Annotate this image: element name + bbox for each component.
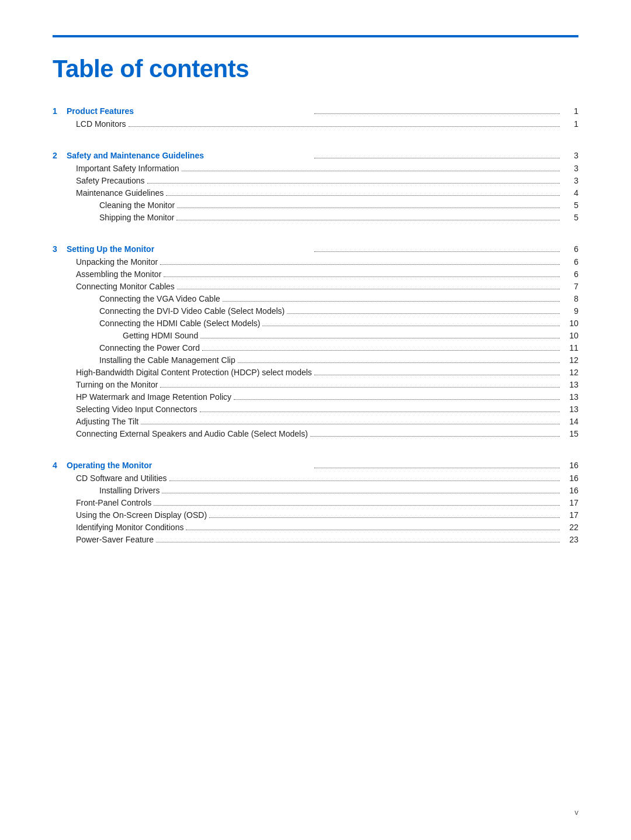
section-line-4-3[interactable]: Using the On-Screen Display (OSD) 17 xyxy=(53,510,578,520)
section-title-4-3: Using the On-Screen Display (OSD) xyxy=(76,510,207,520)
section-page-3-14: 15 xyxy=(562,429,578,438)
chapter-title-4: Operating the Monitor xyxy=(67,461,312,470)
toc-spacer xyxy=(53,236,578,244)
chapter-number-2: 2 xyxy=(53,151,67,160)
page-footer: v xyxy=(575,808,579,817)
section-line-3-0[interactable]: Unpacking the Monitor 6 xyxy=(53,257,578,267)
section-line-4-0[interactable]: CD Software and Utilities 16 xyxy=(53,473,578,483)
section-line-4-2[interactable]: Front-Panel Controls 17 xyxy=(53,498,578,507)
chapter-number-3: 3 xyxy=(53,244,67,254)
toc-spacer xyxy=(53,452,578,461)
section-page-2-2: 4 xyxy=(562,188,578,198)
chapter-page-2: 3 xyxy=(562,151,578,160)
section-line-2-1[interactable]: Safety Precautions 3 xyxy=(53,176,578,185)
section-page-1-0: 1 xyxy=(562,119,578,129)
section-dots-3-14 xyxy=(310,436,560,437)
toc-body: 1 Product Features 1LCD Monitors 12 Safe… xyxy=(53,106,578,544)
section-dots-4-5 xyxy=(156,542,560,542)
section-page-3-5: 10 xyxy=(562,319,578,328)
section-dots-3-0 xyxy=(160,264,560,265)
section-title-3-6: Getting HDMI Sound xyxy=(123,331,198,340)
section-title-3-10: Turning on the Monitor xyxy=(76,380,158,389)
section-line-2-4[interactable]: Shipping the Monitor 5 xyxy=(53,213,578,222)
section-page-3-2: 7 xyxy=(562,282,578,291)
chapter-title-2: Safety and Maintenance Guidelines xyxy=(67,151,312,160)
section-title-2-0: Important Safety Information xyxy=(76,164,179,173)
section-line-3-10[interactable]: Turning on the Monitor 13 xyxy=(53,380,578,389)
section-title-3-12: Selecting Video Input Connectors xyxy=(76,405,197,414)
section-line-3-3[interactable]: Connecting the VGA Video Cable 8 xyxy=(53,294,578,303)
section-title-2-1: Safety Precautions xyxy=(76,176,145,185)
section-dots-4-2 xyxy=(154,505,560,506)
section-dots-4-3 xyxy=(209,517,560,518)
section-title-3-7: Connecting the Power Cord xyxy=(99,343,200,352)
section-dots-3-12 xyxy=(200,412,560,412)
section-page-3-12: 13 xyxy=(562,405,578,414)
section-title-3-5: Connecting the HDMI Cable (Select Models… xyxy=(99,319,260,328)
section-title-3-3: Connecting the VGA Video Cable xyxy=(99,294,220,303)
section-line-4-1[interactable]: Installing Drivers 16 xyxy=(53,486,578,495)
section-line-3-11[interactable]: HP Watermark and Image Retention Policy … xyxy=(53,392,578,402)
top-border xyxy=(53,35,578,37)
section-page-3-6: 10 xyxy=(562,331,578,340)
section-dots-3-10 xyxy=(160,387,560,388)
chapter-block-2: 2 Safety and Maintenance Guidelines 3Imp… xyxy=(53,151,578,222)
chapter-dots-3 xyxy=(314,251,560,252)
section-line-4-5[interactable]: Power-Saver Feature 23 xyxy=(53,535,578,544)
section-page-3-11: 13 xyxy=(562,392,578,402)
page-title: Table of contents xyxy=(53,55,578,83)
section-dots-3-13 xyxy=(141,424,560,424)
section-line-4-4[interactable]: Identifying Monitor Conditions 22 xyxy=(53,523,578,532)
chapter-dots-4 xyxy=(314,468,560,468)
chapter-dots-1 xyxy=(314,113,560,114)
section-line-3-1[interactable]: Assembling the Monitor 6 xyxy=(53,269,578,279)
section-line-3-13[interactable]: Adjusting The Tilt 14 xyxy=(53,417,578,426)
section-title-3-13: Adjusting The Tilt xyxy=(76,417,138,426)
section-title-3-4: Connecting the DVI-D Video Cable (Select… xyxy=(99,306,285,316)
section-dots-3-1 xyxy=(164,276,560,277)
page-container: Table of contents 1 Product Features 1LC… xyxy=(0,0,631,605)
section-title-3-2: Connecting Monitor Cables xyxy=(76,282,175,291)
section-dots-3-9 xyxy=(314,375,560,375)
section-title-4-0: CD Software and Utilities xyxy=(76,473,167,483)
section-title-3-11: HP Watermark and Image Retention Policy xyxy=(76,392,231,402)
toc-spacer xyxy=(53,143,578,151)
section-line-3-12[interactable]: Selecting Video Input Connectors 13 xyxy=(53,405,578,414)
section-title-4-4: Identifying Monitor Conditions xyxy=(76,523,183,532)
section-title-4-1: Installing Drivers xyxy=(99,486,160,495)
section-page-3-8: 12 xyxy=(562,355,578,365)
chapter-line-4[interactable]: 4 Operating the Monitor 16 xyxy=(53,461,578,470)
section-page-2-4: 5 xyxy=(562,213,578,222)
section-line-3-5[interactable]: Connecting the HDMI Cable (Select Models… xyxy=(53,319,578,328)
section-line-2-3[interactable]: Cleaning the Monitor 5 xyxy=(53,201,578,210)
chapter-number-4: 4 xyxy=(53,461,67,470)
section-line-1-0[interactable]: LCD Monitors 1 xyxy=(53,119,578,129)
section-line-3-8[interactable]: Installing the Cable Management Clip 12 xyxy=(53,355,578,365)
chapter-block-4: 4 Operating the Monitor 16CD Software an… xyxy=(53,461,578,544)
section-page-3-3: 8 xyxy=(562,294,578,303)
section-title-1-0: LCD Monitors xyxy=(76,119,126,129)
chapter-line-2[interactable]: 2 Safety and Maintenance Guidelines 3 xyxy=(53,151,578,160)
chapter-page-3: 6 xyxy=(562,244,578,254)
section-title-2-2: Maintenance Guidelines xyxy=(76,188,164,198)
section-dots-1-0 xyxy=(129,126,560,127)
section-line-3-4[interactable]: Connecting the DVI-D Video Cable (Select… xyxy=(53,306,578,316)
section-page-3-1: 6 xyxy=(562,269,578,279)
section-page-3-4: 9 xyxy=(562,306,578,316)
section-line-2-0[interactable]: Important Safety Information 3 xyxy=(53,164,578,173)
chapter-line-1[interactable]: 1 Product Features 1 xyxy=(53,106,578,116)
section-dots-3-6 xyxy=(200,338,560,338)
section-line-3-14[interactable]: Connecting External Speakers and Audio C… xyxy=(53,429,578,438)
section-page-2-1: 3 xyxy=(562,176,578,185)
section-line-2-2[interactable]: Maintenance Guidelines 4 xyxy=(53,188,578,198)
section-dots-4-1 xyxy=(162,493,560,493)
section-dots-3-11 xyxy=(234,399,560,400)
section-line-3-6[interactable]: Getting HDMI Sound 10 xyxy=(53,331,578,340)
chapter-line-3[interactable]: 3 Setting Up the Monitor 6 xyxy=(53,244,578,254)
section-title-3-0: Unpacking the Monitor xyxy=(76,257,158,267)
section-line-3-7[interactable]: Connecting the Power Cord 11 xyxy=(53,343,578,352)
section-title-3-14: Connecting External Speakers and Audio C… xyxy=(76,429,308,438)
section-dots-2-4 xyxy=(176,220,560,220)
section-line-3-2[interactable]: Connecting Monitor Cables 7 xyxy=(53,282,578,291)
section-line-3-9[interactable]: High-Bandwidth Digital Content Protectio… xyxy=(53,368,578,377)
